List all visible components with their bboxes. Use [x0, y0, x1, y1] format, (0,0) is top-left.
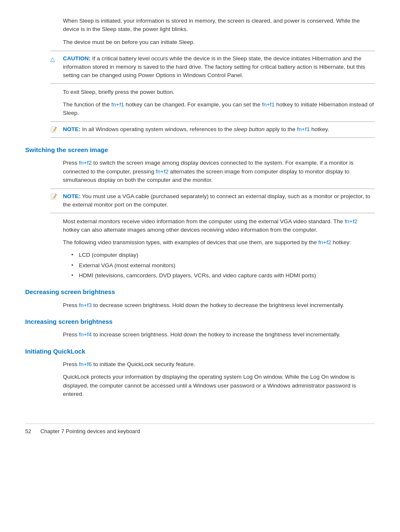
bullet-item-vga: External VGA (most external monitors): [71, 261, 375, 270]
section4-para2: QuickLock protects your information by d…: [63, 373, 375, 398]
section1-para3: The following video transmission types, …: [63, 238, 375, 247]
section1-bullets: LCD (computer display) External VGA (mos…: [71, 251, 375, 280]
caution-icon: △: [50, 55, 59, 64]
intro-para1: When Sleep is initiated, your informatio…: [63, 17, 375, 34]
note-text-2: NOTE: You must use a VGA cable (purchase…: [63, 192, 375, 209]
section1-heading: Switching the screen image: [25, 145, 375, 155]
bullet-item-lcd: LCD (computer display): [71, 251, 375, 259]
note-box-2: 📝 NOTE: You must use a VGA cable (purcha…: [50, 189, 375, 213]
note-box-1: 📝 NOTE: In all Windows operating system …: [50, 121, 375, 138]
section3-para1: Press fn+f4 to increase screen brightnes…: [63, 331, 375, 339]
page-footer: 52 Chapter 7 Pointing devices and keyboa…: [25, 424, 375, 436]
fn-f4-link[interactable]: fn+f4: [79, 331, 91, 338]
fn-f1-link-2[interactable]: fn+f1: [262, 101, 275, 108]
fn-f2-link-2[interactable]: fn+f2: [156, 168, 168, 175]
bullet-item-hdmi: HDMI (televisions, camcorders, DVD playe…: [71, 271, 375, 280]
fn-f1-link-1[interactable]: fn+f1: [112, 101, 124, 108]
section4-heading: Initiating QuickLock: [25, 347, 375, 356]
caution-label: CAUTION:: [63, 55, 91, 62]
page-content: When Sleep is initiated, your informatio…: [25, 17, 375, 436]
note-text-1: NOTE: In all Windows operating system wi…: [63, 125, 329, 134]
note-icon-2: 📝: [50, 193, 59, 201]
section4-para1: Press fn+f6 to initiate the QuickLock se…: [63, 360, 375, 369]
caution-box: △ CAUTION: If a critical battery level o…: [50, 51, 375, 84]
intro-para3: To exit Sleep, briefly press the power b…: [63, 88, 375, 96]
intro-para4: The function of the fn+f1 hotkey can be …: [63, 101, 375, 118]
caution-body: If a critical battery level occurs while…: [63, 55, 365, 79]
page-number: 52: [25, 428, 31, 434]
fn-f2-link-1[interactable]: fn+f2: [79, 160, 91, 166]
intro-para2: The device must be on before you can ini…: [63, 38, 375, 46]
fn-f3-link[interactable]: fn+f3: [79, 302, 91, 308]
fn-f1-note-link[interactable]: fn+f1: [297, 126, 309, 132]
section2-heading: Decreasing screen brightness: [25, 287, 375, 297]
fn-f2-link-3[interactable]: fn+f2: [345, 218, 357, 225]
note-icon-1: 📝: [50, 126, 59, 134]
section3-heading: Increasing screen brightness: [25, 317, 375, 327]
fn-f6-link[interactable]: fn+f6: [79, 361, 91, 367]
section2-para1: Press fn+f3 to decrease screen brightnes…: [63, 301, 375, 310]
section1-para1: Press fn+f2 to switch the screen image a…: [63, 159, 375, 184]
chapter-label: Chapter 7 Pointing devices and keyboard: [40, 428, 140, 434]
fn-f2-link-4[interactable]: fn+f2: [318, 239, 331, 245]
section1-para2: Most external monitors receive video inf…: [63, 217, 375, 235]
caution-text: CAUTION: If a critical battery level occ…: [63, 54, 375, 80]
